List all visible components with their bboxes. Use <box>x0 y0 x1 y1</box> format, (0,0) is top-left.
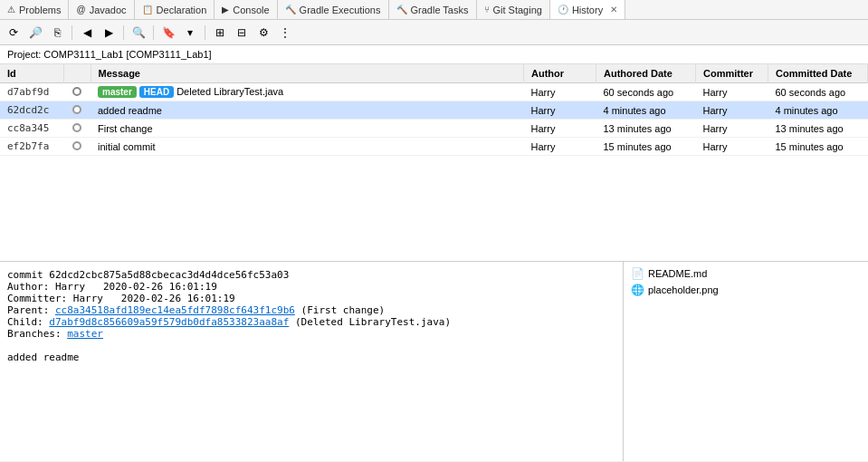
tab-bar: ⚠ Problems @ Javadoc 📋 Declaration ▶ Con… <box>0 0 868 20</box>
parent-label: Parent: <box>7 304 55 316</box>
tab-gradle-tasks[interactable]: 🔨 Gradle Tasks <box>389 0 477 19</box>
history-icon: 🕐 <box>558 5 568 14</box>
file-name: README.md <box>648 268 707 279</box>
col-header-committed: Committed Date <box>768 64 868 83</box>
commit-detail: commit 62dcd2cbc875a5d88cbecac3d4d4dce56… <box>0 262 624 461</box>
more-button[interactable]: ⋮ <box>275 23 295 43</box>
main-content: Id Message Author Authored Date Committe… <box>0 64 868 461</box>
cell-graph <box>63 120 91 138</box>
tab-git-staging[interactable]: ⑂ Git Staging <box>477 0 550 19</box>
cell-committed-date: 13 minutes ago <box>768 120 868 138</box>
col-header-id: Id <box>0 64 63 83</box>
file-icon: 🌐 <box>631 284 644 296</box>
table-row[interactable]: ef2b7fainitial commitHarry15 minutes ago… <box>0 138 868 156</box>
parent-hash-link[interactable]: cc8a34518afd189ec14ea5fdf7898cf643f1c9b6 <box>55 304 295 316</box>
problems-icon: ⚠ <box>7 5 15 14</box>
copy-button[interactable]: ⎘ <box>47 23 67 43</box>
tab-javadoc[interactable]: @ Javadoc <box>69 0 134 19</box>
commit-dot <box>72 141 81 150</box>
cell-message: masterHEADDeleted LibraryTest.java <box>91 83 524 101</box>
message-text: initial commit <box>98 141 156 152</box>
commit-dot <box>72 105 81 114</box>
col-header-authored: Authored Date <box>596 64 696 83</box>
refresh-button[interactable]: ⟳ <box>4 23 24 43</box>
file-item[interactable]: 🌐placeholder.png <box>627 282 864 298</box>
cell-committer: Harry <box>696 83 768 101</box>
console-icon: ▶ <box>222 5 229 14</box>
cell-authored-date: 4 minutes ago <box>596 101 696 120</box>
child-hash-link[interactable]: d7abf9d8c856609a59f579db0dfa8533823aa8af <box>49 316 289 328</box>
settings-button[interactable]: ⚙ <box>253 23 273 43</box>
separator-1 <box>72 25 72 40</box>
col-header-author: Author <box>524 64 596 83</box>
git-staging-icon: ⑂ <box>484 5 490 14</box>
table-header-row: Id Message Author Authored Date Committe… <box>0 64 868 83</box>
parent-desc: (First change) <box>295 304 385 316</box>
cell-committed-date: 60 seconds ago <box>768 83 868 101</box>
tab-problems[interactable]: ⚠ Problems <box>0 0 69 19</box>
tab-gradle-exec[interactable]: 🔨 Gradle Executions <box>278 0 389 19</box>
tab-declaration-label: Declaration <box>157 5 207 15</box>
author-line: Author: Harry 2020-02-26 16:01:19 <box>7 281 217 293</box>
dropdown-button[interactable]: ▾ <box>180 23 200 43</box>
toolbar: ⟳ 🔎 ⎘ ◀ ▶ 🔍 🔖 ▾ ⊞ ⊟ ⚙ ⋮ <box>0 20 868 45</box>
file-item[interactable]: 📄README.md <box>627 265 864 282</box>
col-header-message: Message <box>91 64 524 83</box>
cell-graph <box>63 138 91 156</box>
cell-id: 62dcd2c <box>0 101 63 120</box>
project-label-text: Project: COMP3111_Lab1 [COMP3111_Lab1] <box>7 49 212 60</box>
message-text: First change <box>98 123 153 134</box>
separator-4 <box>205 25 205 40</box>
cell-author: Harry <box>524 120 596 138</box>
file-list: 📄README.md🌐placeholder.png <box>624 262 868 461</box>
branch-link[interactable]: master <box>67 328 103 340</box>
history-table-container[interactable]: Id Message Author Authored Date Committe… <box>0 64 868 262</box>
separator-2 <box>123 25 124 40</box>
cell-id: cc8a345 <box>0 120 63 138</box>
col-header-graph <box>63 64 91 83</box>
gradle-exec-icon: 🔨 <box>285 5 296 14</box>
message-text: added readme <box>98 105 162 116</box>
cell-message: initial commit <box>91 138 524 156</box>
tab-history-label: History <box>572 5 603 15</box>
tab-gradle-tasks-label: Gradle Tasks <box>411 5 469 15</box>
tab-git-staging-label: Git Staging <box>493 5 542 15</box>
child-label: Child: <box>7 316 49 328</box>
project-label: Project: COMP3111_Lab1 [COMP3111_Lab1] <box>0 45 868 64</box>
expand-button[interactable]: ⊟ <box>232 23 252 43</box>
javadoc-icon: @ <box>76 5 85 14</box>
layout-button[interactable]: ⊞ <box>210 23 230 43</box>
child-desc: (Deleted LibraryTest.java) <box>289 316 451 328</box>
cell-committer: Harry <box>696 101 768 120</box>
commit-hash-line: commit 62dcd2cbc875a5d88cbecac3d4d4dce56… <box>7 269 289 281</box>
cell-committer: Harry <box>696 120 768 138</box>
table-row[interactable]: d7abf9dmasterHEADDeleted LibraryTest.jav… <box>0 83 868 101</box>
commit-message: added readme <box>7 351 79 363</box>
tab-history[interactable]: 🕐 History ✕ <box>550 0 625 20</box>
cell-graph <box>63 101 91 120</box>
bookmark-button[interactable]: 🔖 <box>158 23 178 43</box>
cell-committed-date: 15 minutes ago <box>768 138 868 156</box>
search-button[interactable]: 🔍 <box>129 23 148 43</box>
tab-javadoc-label: Javadoc <box>90 5 127 15</box>
tab-declaration[interactable]: 📋 Declaration <box>135 0 215 19</box>
cell-id: d7abf9d <box>0 83 63 101</box>
tab-console[interactable]: ▶ Console <box>215 0 277 19</box>
filter-button[interactable]: 🔎 <box>25 23 45 43</box>
branches-label: Branches: <box>7 328 67 340</box>
prev-button[interactable]: ◀ <box>77 23 97 43</box>
table-row[interactable]: 62dcd2cadded readmeHarry4 minutes agoHar… <box>0 101 868 120</box>
separator-3 <box>153 25 154 40</box>
cell-committed-date: 4 minutes ago <box>768 101 868 120</box>
history-table: Id Message Author Authored Date Committe… <box>0 64 868 156</box>
gradle-tasks-icon: 🔨 <box>396 5 407 14</box>
next-button[interactable]: ▶ <box>99 23 119 43</box>
message-text: Deleted LibraryTest.java <box>176 86 283 97</box>
table-row[interactable]: cc8a345First changeHarry13 minutes agoHa… <box>0 120 868 138</box>
committer-line: Committer: Harry 2020-02-26 16:01:19 <box>7 293 235 304</box>
cell-author: Harry <box>524 83 596 101</box>
tab-close-icon[interactable]: ✕ <box>610 5 617 14</box>
cell-message: First change <box>91 120 524 138</box>
commit-dot <box>72 123 81 132</box>
tab-problems-label: Problems <box>19 5 61 15</box>
